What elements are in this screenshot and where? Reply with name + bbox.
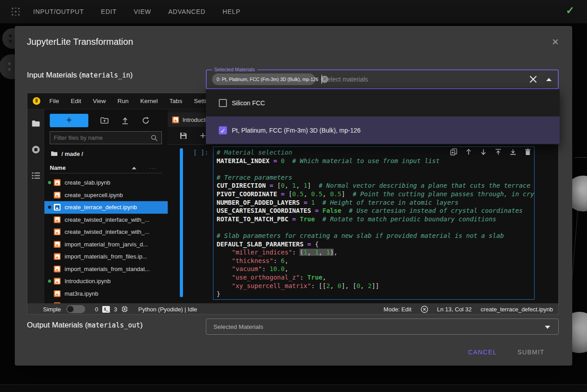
code-lines[interactable]: # Material selectionMATERIAL_INDEX = 0 #… bbox=[217, 148, 535, 298]
terminal-count[interactable]: 0 bbox=[95, 306, 98, 313]
filter-files-field[interactable] bbox=[50, 131, 162, 144]
move-cell-down-icon[interactable] bbox=[480, 148, 487, 155]
checkbox-checked-icon[interactable]: ✓ bbox=[219, 126, 227, 134]
notebook-icon-mark bbox=[56, 182, 59, 185]
materials-select-input[interactable]: Selected Materials 0: Pt, Platinum, FCC … bbox=[206, 69, 559, 89]
file-row[interactable]: create_twisted_interface_with_... bbox=[44, 226, 168, 238]
code-line[interactable]: "thickness": 6, bbox=[217, 257, 535, 265]
file-row[interactable]: import_material_from_jarvis_d... bbox=[44, 238, 168, 251]
file-row[interactable]: import_materials_from_files.ip... bbox=[44, 250, 168, 263]
expand-caret-icon bbox=[545, 326, 550, 329]
jupyter-menu-kernel[interactable]: Kernel bbox=[140, 98, 158, 104]
input-label-code: materials_in bbox=[82, 71, 130, 79]
status-check-icon[interactable]: ✓ bbox=[566, 4, 574, 17]
kernel-status-dot bbox=[48, 280, 51, 283]
cancel-button[interactable]: CANCEL bbox=[468, 349, 497, 356]
file-row[interactable]: mat3ra.ipynb bbox=[44, 288, 168, 300]
file-row[interactable]: create_twisted_interface_with_... bbox=[44, 214, 168, 226]
running-kernels-icon[interactable] bbox=[31, 145, 40, 154]
file-browser-toolbar: + bbox=[44, 112, 168, 129]
insert-cell-below-icon[interactable] bbox=[509, 148, 517, 155]
code-line[interactable]: "miller_indices": (1, 1, 1), bbox=[217, 248, 535, 257]
table-of-contents-icon[interactable] bbox=[31, 171, 40, 180]
file-browser-icon[interactable] bbox=[31, 119, 40, 128]
cursor-position[interactable]: Ln 13, Col 32 bbox=[437, 306, 472, 313]
code-line[interactable]: NUMBER_OF_ADDED_LAYERS = 1 # Height of t… bbox=[217, 198, 535, 207]
file-row[interactable]: create_slab.ipynb bbox=[44, 177, 168, 189]
input-label-close: ) bbox=[130, 71, 133, 79]
statusbar-left: Simple 0 $_ 3 Pyth bbox=[43, 305, 197, 313]
file-row[interactable]: import_materials_from_standat... bbox=[44, 263, 168, 276]
file-list-header[interactable]: Name ··· bbox=[50, 163, 162, 173]
topbar-menu-advanced[interactable]: ADVANCED bbox=[168, 8, 205, 15]
submit-button[interactable]: SUBMIT bbox=[517, 349, 544, 356]
code-line[interactable]: MATERIAL_INDEX = 0 # Which material to u… bbox=[217, 157, 535, 165]
new-launcher-button[interactable]: + bbox=[50, 114, 88, 127]
insert-cell-icon[interactable]: + bbox=[200, 132, 206, 140]
file-row[interactable]: passivate_edge.ipynb bbox=[44, 300, 168, 303]
simple-mode-label: Simple bbox=[43, 306, 61, 313]
code-editor[interactable]: # Material selectionMATERIAL_INDEX = 0 #… bbox=[213, 146, 535, 300]
column-menu-icon[interactable]: ··· bbox=[149, 164, 156, 171]
checkbox-unchecked-icon[interactable] bbox=[219, 99, 227, 107]
save-icon[interactable] bbox=[179, 132, 187, 140]
notebook-icon-mark bbox=[56, 256, 59, 258]
code-line[interactable]: # Terrace parameters bbox=[217, 173, 535, 182]
materials-select-placeholder: Select materials bbox=[323, 76, 368, 83]
file-name: import_materials_from_files.ip... bbox=[65, 253, 147, 260]
clear-selection-icon[interactable] bbox=[528, 74, 538, 84]
jupyter-menu-view[interactable]: View bbox=[93, 98, 106, 104]
upload-icon[interactable] bbox=[121, 116, 130, 125]
topbar-menu-input-output[interactable]: INPUT/OUTPUT bbox=[33, 8, 84, 15]
notebook-icon-mark bbox=[56, 293, 59, 295]
notebook-icon-mark bbox=[56, 232, 59, 234]
jupyter-menu-file[interactable]: File bbox=[49, 98, 59, 104]
refresh-icon[interactable] bbox=[141, 116, 150, 125]
collapse-caret-icon[interactable] bbox=[546, 78, 552, 81]
close-icon[interactable]: × bbox=[552, 36, 559, 47]
topbar-menu-edit[interactable]: EDIT bbox=[101, 8, 117, 15]
kernel-status-dot bbox=[48, 267, 51, 271]
code-line[interactable]: CUT_DIRECTION = [0, 1, 1] # Normal vecto… bbox=[217, 181, 535, 190]
code-line[interactable] bbox=[217, 223, 535, 232]
file-row[interactable]: Introduction.ipynb bbox=[44, 275, 168, 288]
notebook-file-icon bbox=[54, 192, 61, 198]
material-option-silicon-fcc[interactable]: Silicon FCC bbox=[206, 89, 560, 116]
code-line[interactable]: # Slab parameters for creating a new sla… bbox=[217, 232, 535, 240]
notebook-content[interactable]: [ ]: # Material selectionMATERIAL_INDEX … bbox=[168, 145, 559, 303]
code-line[interactable]: DEFAULT_SLAB_PARAMETERS = { bbox=[217, 240, 535, 249]
file-row[interactable]: create_terrace_defect.ipynb bbox=[44, 201, 168, 214]
code-line[interactable]: } bbox=[217, 290, 535, 298]
code-line[interactable]: "xy_supercell_matrix": [[2, 0], [0, 2]] bbox=[217, 282, 535, 290]
output-materials-select[interactable]: Selected Materials bbox=[206, 319, 559, 335]
jupyter-menu-run[interactable]: Run bbox=[117, 98, 129, 104]
kernel-status-dot bbox=[48, 292, 51, 295]
code-line[interactable]: ROTATE_TO_MATCH_PBC = True # Rotate to m… bbox=[217, 215, 535, 224]
home-folder-icon bbox=[51, 151, 58, 157]
name-column-header[interactable]: Name bbox=[50, 164, 65, 171]
breadcrumb[interactable]: / made / bbox=[51, 149, 83, 159]
simple-mode-toggle[interactable] bbox=[66, 305, 85, 313]
jupyter-menu-tabs[interactable]: Tabs bbox=[170, 98, 183, 104]
selected-material-chip[interactable]: 0: Pt, Platinum, FCC (Fm-3m) 3D (Bulk), … bbox=[212, 73, 315, 85]
jupyter-menu-edit[interactable]: Edit bbox=[71, 98, 81, 104]
code-line[interactable]: PIVOT_COORDINATE = [0.5, 0.5, 0.5] # Poi… bbox=[217, 190, 535, 198]
new-folder-icon[interactable] bbox=[100, 116, 109, 125]
duplicate-cell-icon[interactable] bbox=[450, 148, 457, 155]
code-line[interactable]: USE_CARTESIAN_COORDINATES = False # Use … bbox=[217, 207, 535, 215]
file-row[interactable]: create_supercell.ipynb bbox=[44, 189, 168, 202]
code-line[interactable]: "use_orthogonal_z": True, bbox=[217, 273, 535, 282]
code-line[interactable]: "vacuum": 10.0, bbox=[217, 265, 535, 273]
material-option-pt-platinum-fcc-fm-3m-3d-bulk-mp-126[interactable]: ✓Pt, Platinum, FCC (Fm-3m) 3D (Bulk), mp… bbox=[206, 116, 560, 144]
active-filename: create_terrace_defect.ipynb bbox=[481, 306, 553, 313]
insert-cell-above-icon[interactable] bbox=[495, 148, 502, 155]
statusbar-right: Mode: Edit Ln 13, Col 32 create_terrace_… bbox=[383, 306, 553, 313]
move-cell-up-icon[interactable] bbox=[465, 148, 472, 155]
topbar-menu-view[interactable]: VIEW bbox=[134, 8, 151, 15]
code-line[interactable] bbox=[217, 165, 535, 173]
topbar-menu-help[interactable]: HELP bbox=[222, 8, 240, 15]
delete-cell-icon[interactable] bbox=[524, 148, 531, 155]
filter-files-input[interactable] bbox=[50, 134, 151, 141]
kernel-count[interactable]: 3 bbox=[114, 306, 117, 313]
kernel-status[interactable]: Python (Pyodide) | Idle bbox=[138, 306, 197, 313]
